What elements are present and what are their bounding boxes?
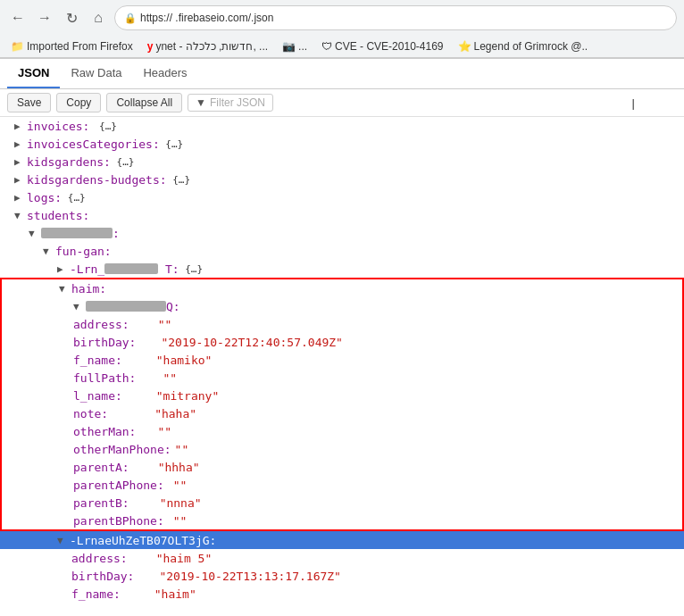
list-item[interactable]: f_name: "haim" — [0, 585, 684, 603]
list-item[interactable]: otherManPhone: "" — [2, 440, 682, 458]
list-item[interactable]: ▶ -Lrn_ T: {…} — [0, 260, 684, 278]
list-item[interactable]: ▶ invoicesCategories: {…} — [0, 135, 684, 153]
expand-arrow-blurred1[interactable]: ▼ — [29, 228, 41, 239]
string-address: "" — [158, 318, 172, 331]
json-content[interactable]: ▶ invoices: {…} ▶ invoicesCategories: {…… — [0, 117, 684, 604]
expand-arrow-fungan[interactable]: ▼ — [43, 246, 55, 257]
key-blurred1-colon: : — [113, 227, 120, 240]
string-lrnae-birthday: "2019-10-22T13:13:17.167Z" — [159, 570, 341, 583]
list-item[interactable]: birthDay: "2019-10-22T13:13:17.167Z" — [0, 567, 684, 585]
bookmark-ynet[interactable]: y ynet - חדשות, כלכלה, ... — [144, 38, 271, 54]
list-item[interactable]: ▶ logs: {…} — [0, 188, 684, 206]
value-kidsgardens-budgets: {…} — [167, 174, 191, 186]
string-parentb: "nnna" — [160, 496, 202, 510]
expand-arrow-lrnf[interactable]: ▶ — [57, 263, 70, 275]
list-item-lrnae[interactable]: ▼ -LrnaeUhZeTB07OLT3jG: — [0, 531, 684, 549]
list-item[interactable]: address: "" — [2, 315, 682, 333]
bookmark-cve-label: CVE - CVE-2010-4169 — [335, 40, 443, 53]
list-item[interactable]: f_name: "hamiko" — [2, 351, 682, 369]
expand-arrow-invoices[interactable]: ▶ — [14, 121, 27, 132]
list-item[interactable]: ▼ fun-gan: — [0, 242, 684, 260]
expand-arrow-logs[interactable]: ▶ — [14, 192, 27, 204]
list-item[interactable]: ▼ Q: — [2, 297, 682, 315]
key-lrnae-fname: f_name: — [71, 587, 121, 601]
list-item[interactable]: otherMan: "" — [2, 422, 682, 440]
forward-button[interactable]: → — [34, 7, 55, 29]
bookmark-grimrock-icon: ⭐ — [458, 40, 471, 53]
json-tabs: JSON Raw Data Headers — [0, 59, 684, 89]
bookmark-photo[interactable]: 📷 ... — [279, 38, 311, 54]
expand-arrow-lrnae[interactable]: ▼ — [57, 535, 70, 546]
key-lname: l_name: — [73, 389, 122, 403]
key-note: note: — [73, 407, 108, 420]
filter-placeholder: Filter JSON — [210, 96, 265, 109]
expand-arrow-invoicescategories[interactable]: ▶ — [14, 138, 27, 150]
key-lrnf-blurred — [104, 263, 158, 274]
key-address: address: — [73, 318, 129, 331]
string-fname: "hamiko" — [156, 354, 213, 367]
address-text: https:// .firebaseio.com/.json — [140, 12, 273, 24]
key-haim: haim: — [71, 282, 106, 296]
expand-arrow-kidsgardens[interactable]: ▶ — [14, 156, 27, 168]
list-item[interactable]: parentAPhone: "" — [2, 476, 682, 494]
key-lrnf-suffix: T: — [158, 262, 179, 276]
string-note: "haha" — [154, 407, 196, 420]
save-button[interactable]: Save — [7, 93, 51, 112]
key-kidsgardens-budgets: kidsgardens-budgets: — [27, 173, 167, 187]
key-lrnf: -Lrn_ — [70, 262, 104, 276]
bookmark-firefox[interactable]: 📁 Imported From Firefox — [7, 38, 137, 54]
list-item[interactable]: note: "haha" — [2, 404, 682, 422]
key-fungan: fun-gan: — [55, 245, 112, 258]
list-item[interactable]: birthDay: "2019-10-22T12:40:57.049Z" — [2, 333, 682, 351]
bookmark-grimrock[interactable]: ⭐ Legend of Grimrock @.. — [455, 38, 592, 54]
filter-icon: ▼ — [196, 96, 206, 109]
toolbar: Save Copy Collapse All ▼ Filter JSON | — [0, 89, 684, 117]
tab-json[interactable]: JSON — [7, 59, 60, 88]
key-fullpath: fullPath: — [73, 371, 136, 385]
list-item[interactable]: fullPath: "" — [0, 603, 684, 604]
key-haim-sub-q: Q: — [166, 300, 180, 313]
list-item[interactable]: ▶ kidsgardens: {…} — [0, 153, 684, 171]
address-bar[interactable]: 🔒 https:// .firebaseio.com/.json — [114, 5, 677, 30]
list-item[interactable]: ▼ : — [0, 224, 684, 242]
refresh-button[interactable]: ↻ — [61, 7, 82, 29]
string-lrnae-address: "haim 5" — [156, 552, 213, 565]
bookmark-ynet-label: ynet - חדשות, כלכלה, ... — [155, 40, 268, 53]
copy-button[interactable]: Copy — [56, 93, 101, 112]
bookmarks-bar: 📁 Imported From Firefox y ynet - חדשות, … — [0, 36, 684, 58]
expand-arrow-haim-sub[interactable]: ▼ — [73, 301, 86, 312]
back-button[interactable]: ← — [7, 7, 29, 29]
bookmark-cve[interactable]: 🛡 CVE - CVE-2010-4169 — [318, 38, 446, 54]
bookmark-photo-label: ... — [298, 40, 307, 53]
list-item[interactable]: parentA: "hhha" — [2, 458, 682, 476]
expand-arrow-students[interactable]: ▼ — [14, 210, 27, 221]
string-fullpath: "" — [163, 371, 177, 385]
key-invoicescategories: invoicesCategories: — [27, 137, 160, 151]
list-item[interactable]: parentB: "nnna" — [2, 494, 682, 512]
key-haim-sub-blurred — [86, 301, 166, 312]
list-item[interactable]: l_name: "mitrany" — [2, 387, 682, 404]
expand-arrow-haim[interactable]: ▼ — [59, 283, 71, 295]
value-logs: {…} — [62, 192, 86, 204]
list-item[interactable]: address: "haim 5" — [0, 549, 684, 567]
string-parentaphone: "" — [173, 479, 188, 492]
list-item[interactable]: ▶ invoices: {…} — [0, 117, 684, 135]
key-parentaphone: parentAPhone: — [73, 479, 164, 492]
tab-raw-data[interactable]: Raw Data — [60, 59, 132, 88]
list-item[interactable]: ▶ kidsgardens-budgets: {…} — [0, 171, 684, 188]
key-parentb: parentB: — [73, 496, 129, 510]
key-parenta: parentA: — [73, 461, 129, 474]
filter-input-container[interactable]: ▼ Filter JSON — [188, 94, 273, 112]
home-button[interactable]: ⌂ — [88, 7, 109, 29]
collapse-all-button[interactable]: Collapse All — [106, 93, 182, 112]
list-item[interactable]: ▼ haim: — [2, 279, 682, 297]
list-item[interactable]: parentBPhone: "" — [2, 512, 682, 529]
bookmark-grimrock-label: Legend of Grimrock @.. — [474, 40, 588, 53]
key-parentbphone: parentBPhone: — [73, 514, 164, 528]
key-logs: logs: — [27, 191, 62, 204]
tab-headers[interactable]: Headers — [132, 59, 197, 88]
list-item[interactable]: fullPath: "" — [2, 369, 682, 387]
list-item[interactable]: ▼ students: — [0, 206, 684, 224]
value-kidsgardens: {…} — [111, 156, 135, 168]
expand-arrow-kidsgardens-budgets[interactable]: ▶ — [14, 174, 27, 186]
